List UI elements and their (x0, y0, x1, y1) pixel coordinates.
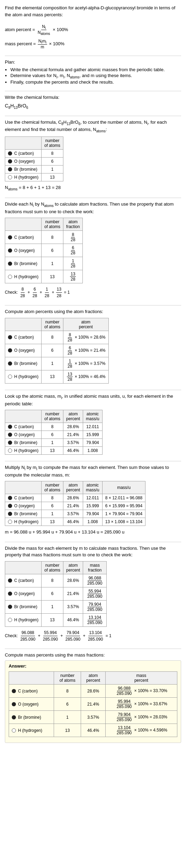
compute-mass-percents-text: Compute mass percents using the mass fra… (5, 652, 181, 659)
dot-oxygen (8, 348, 12, 352)
dot-hydrogen (8, 175, 12, 179)
check1: Check: 828 + 628 + 128 + 1328 = 1 (5, 286, 181, 299)
multiply-table: numberof atoms atompercent atomicmass/u … (5, 481, 145, 526)
table-row: C (carbon) 8 28.6% 96.088285.090 (5, 574, 107, 587)
dot-bromine (8, 262, 12, 266)
table-row: H (hydrogen) 13 1328 (5, 270, 83, 283)
dot-carbon (8, 578, 12, 583)
table-row: O (oxygen) 6 (5, 157, 63, 165)
mass-percent-formula: mass percent = Nimim × 100% (5, 39, 181, 49)
answer-label: Answer: (9, 663, 177, 669)
dot-hydrogen (12, 728, 16, 733)
divide-text: Divide each Ni by Natoms to calculate at… (5, 201, 181, 215)
plan-item-1: Write the chemical formula and gather at… (10, 67, 181, 72)
plan-section: Plan: Write the chemical formula and gat… (5, 59, 181, 85)
table-row: Br (bromine) 1 128 (5, 257, 83, 270)
table-row: Br (bromine) 1 128 × 100% = 3.57% (5, 357, 109, 370)
mass-fractions-table: numberof atoms atompercent massfraction … (5, 561, 107, 627)
atom-percent-formula: atom percent = NiNatoms × 100% (5, 24, 181, 36)
dot-hydrogen (8, 449, 12, 453)
dot-hydrogen (8, 618, 12, 622)
table-row: C (carbon) 8 828 (5, 231, 83, 244)
formulas-section: atom percent = NiNatoms × 100% mass perc… (5, 24, 181, 49)
dot-hydrogen (8, 375, 12, 379)
dot-oxygen (12, 702, 16, 706)
dot-oxygen (8, 248, 12, 253)
dot-carbon (8, 235, 12, 239)
table-row: O (oxygen) 6 21.4% 95.994285.090 × 100% … (9, 698, 177, 711)
table-row: Br (bromine) 1 3.57% 79.904285.090 × 100… (9, 711, 177, 724)
write-formula-section: Write the chemical formula: C8H13BrO6 (5, 94, 181, 109)
table-row: C (carbon) 8 (5, 149, 63, 157)
table-row: O (oxygen) 6 628 (5, 244, 83, 257)
dot-oxygen (8, 433, 12, 437)
dot-carbon (8, 151, 12, 155)
dot-carbon (8, 425, 12, 429)
multiply-text: Multiply Ni by mi to compute the mass fo… (5, 464, 181, 478)
dot-bromine (8, 441, 12, 445)
dot-hydrogen (8, 275, 12, 279)
table-row: H (hydrogen) 13 46.4% 1.008 13 × 1.008 =… (5, 518, 145, 526)
table-row: C (carbon) 8 828 × 100% = 28.6% (5, 331, 109, 344)
atomic-mass-section: Look up the atomic mass, mi, in unified … (5, 393, 181, 455)
use-formula-text: Use the chemical formula, C8H13BrO6, to … (5, 119, 181, 134)
mol-mass-line: m = 96.088 u + 95.994 u + 79.904 u + 13.… (5, 529, 181, 536)
mass-fractions-section: Divide the mass for each element by m to… (5, 545, 181, 642)
table-row: O (oxygen) 6 21.4% 15.999 6 × 15.999 = 9… (5, 502, 145, 510)
dot-oxygen (8, 592, 12, 596)
dot-oxygen (8, 159, 12, 163)
table-row: Br (bromine) 1 3.57% 79.904 1 × 79.904 =… (5, 510, 145, 518)
table-row: Br (bromine) 1 3.57% 79.904285.090 (5, 600, 107, 613)
atomic-mass-table: numberof atoms atompercent atomicmass/u … (5, 410, 103, 455)
mass-percents-table: numberof atoms atompercent masspercent C… (9, 671, 177, 737)
compute-atom-percents-text: Compute atom percents using the atom fra… (5, 308, 181, 315)
answer-box: Answer: numberof atoms atompercent massp… (5, 660, 181, 743)
atoms-table: numberof atoms C (carbon) 8 O (oxygen) 6… (5, 136, 63, 181)
plan-list: Write the chemical formula and gather at… (10, 67, 181, 85)
lookup-text: Look up the atomic mass, mi, in unified … (5, 393, 181, 407)
table-row: O (oxygen) 6 628 × 100% = 21.4% (5, 344, 109, 357)
table-row: C (carbon) 8 28.6% 12.011 (5, 423, 103, 431)
table-row: C (carbon) 8 28.6% 96.088285.090 × 100% … (9, 685, 177, 698)
col-atoms: numberof atoms (42, 136, 63, 149)
atom-fractions-section: Divide each Ni by Natoms to calculate at… (5, 201, 181, 299)
table-row: H (hydrogen) 13 (5, 173, 63, 181)
table-row: H (hydrogen) 13 46.4% 13.104285.090 (5, 613, 107, 626)
atom-percents-section: Compute atom percents using the atom fra… (5, 308, 181, 384)
page-title: Find the elemental composition for acety… (5, 4, 181, 18)
dot-bromine (8, 512, 12, 516)
dot-bromine (8, 605, 12, 609)
table-row: H (hydrogen) 13 1328 × 100% = 46.4% (5, 370, 109, 383)
dot-bromine (8, 167, 12, 171)
plan-header: Plan: (5, 59, 181, 66)
dot-bromine (12, 715, 16, 719)
plan-item-2: Determine values for Ni, mi, Natoms, and… (10, 73, 181, 79)
table-row: Br (bromine) 1 (5, 165, 63, 173)
atom-fractions-table: numberof atoms atomfraction C (carbon) 8… (5, 218, 83, 283)
table-row: O (oxygen) 6 21.4% 15.999 (5, 431, 103, 439)
divide-mass-text: Divide the mass for each element by m to… (5, 545, 181, 558)
check2: Check: 96.088285.090 + 55.994285.090 + 7… (5, 630, 181, 642)
dot-oxygen (8, 504, 12, 508)
use-formula-section: Use the chemical formula, C8H13BrO6, to … (5, 119, 181, 192)
chemical-formula: C8H13BrO6 (5, 103, 181, 110)
dot-bromine (8, 361, 12, 366)
dot-hydrogen (8, 520, 12, 524)
multiply-section: Multiply Ni by mi to compute the mass fo… (5, 464, 181, 536)
table-row: H (hydrogen) 13 46.4% 13.104285.090 × 10… (9, 724, 177, 737)
col-element (5, 136, 42, 149)
table-row: O (oxygen) 6 21.4% 55.994285.090 (5, 587, 107, 600)
plan-item-3: Finally, compute the percents and check … (10, 79, 181, 85)
atom-percents-table: numberof atoms atompercent C (carbon) 8 … (5, 318, 109, 384)
dot-carbon (8, 496, 12, 500)
natoms-line: Natoms = 8 + 6 + 1 + 13 = 28 (5, 184, 181, 192)
table-row: C (carbon) 8 28.6% 12.011 8 × 12.011 = 9… (5, 494, 145, 502)
table-row: H (hydrogen) 13 46.4% 1.008 (5, 447, 103, 455)
mass-percents-section: Compute mass percents using the mass fra… (5, 652, 181, 743)
dot-carbon (8, 335, 12, 339)
dot-carbon (12, 689, 16, 693)
table-row: Br (bromine) 1 3.57% 79.904 (5, 439, 103, 447)
write-formula-label: Write the chemical formula: (5, 94, 181, 101)
